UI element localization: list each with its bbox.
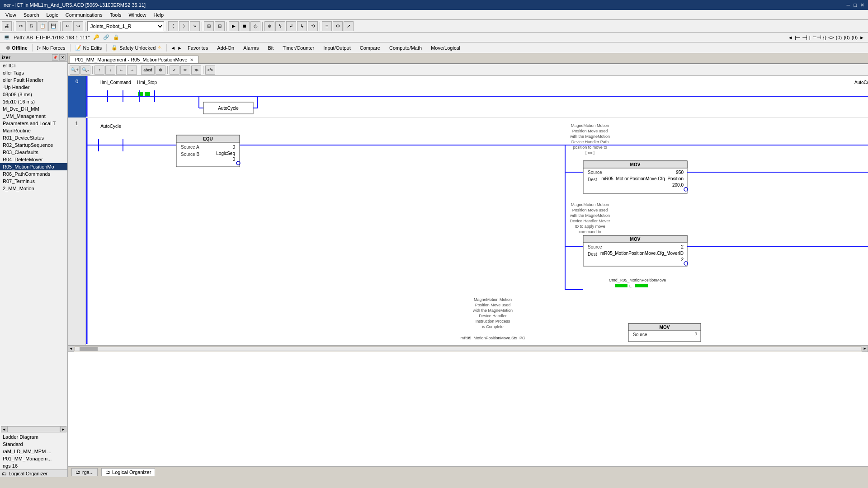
sidebar-footer-ram-ld[interactable]: raM_LD_MM_MPM ...: [0, 448, 67, 455]
tb-btn-16[interactable]: ↗: [344, 21, 354, 31]
fav-input-output[interactable]: Input/Output: [320, 44, 354, 52]
sidebar-item-up-handler[interactable]: -Up Handler: [0, 84, 67, 91]
sidebar-item-r03[interactable]: R03_Clearfaults: [0, 149, 67, 156]
tb-btn-2[interactable]: ⟩: [179, 21, 189, 31]
nav-arrow-left[interactable]: ◄: [170, 45, 175, 51]
bottom-tab-logical-organizer[interactable]: 🗂 Logical Organizer: [101, 468, 155, 476]
nav-prev[interactable]: ◄: [788, 35, 793, 40]
sidebar-item-params-local[interactable]: Parameters and Local T: [0, 120, 67, 127]
menu-item-logic[interactable]: Logic: [43, 11, 62, 19]
maximize-btn[interactable]: □: [854, 2, 857, 8]
fav-compare[interactable]: Compare: [356, 44, 384, 52]
sidebar-footer-standard[interactable]: Standard: [0, 441, 67, 448]
nav-item5[interactable]: <>: [828, 35, 834, 40]
menu-item-search[interactable]: Search: [20, 11, 43, 19]
menu-item-communications[interactable]: Communications: [62, 11, 106, 19]
tb-btn-1[interactable]: ⟨: [168, 21, 178, 31]
fav-compute-math[interactable]: Compute/Math: [386, 44, 425, 52]
tb-btn-13[interactable]: ⟲: [308, 21, 318, 31]
nav-arrow-right[interactable]: ►: [177, 45, 182, 51]
fav-move-logical[interactable]: Move/Logical: [427, 44, 464, 52]
sidebar-item-er-ict[interactable]: er ICT: [0, 62, 67, 69]
sidebar-footer-p01[interactable]: P01_MM_Managem...: [0, 455, 67, 462]
sidebar-pin-btn[interactable]: 📌: [52, 54, 58, 61]
nav-item1[interactable]: ⊢: [795, 34, 800, 41]
sidebar-footer-ngs[interactable]: ngs 16: [0, 462, 67, 469]
paste-btn[interactable]: 📋: [38, 21, 47, 31]
fav-bit[interactable]: Bit: [264, 44, 277, 52]
nav-item6[interactable]: (0): [836, 35, 842, 40]
tb-btn-15[interactable]: ⚙: [333, 21, 343, 31]
sidebar-footer-ladder-diagram[interactable]: Ladder Diagram: [0, 433, 67, 441]
sidebar-item-r01[interactable]: R01_DeviceStatus: [0, 134, 67, 141]
tb-btn-9[interactable]: ⊕: [264, 21, 274, 31]
fav-alarms[interactable]: Alarms: [240, 44, 262, 52]
tb-btn-3[interactable]: ⤷: [190, 21, 200, 31]
tb-btn-11[interactable]: ↲: [286, 21, 296, 31]
sidebar-item-r04[interactable]: R04_DeleteMover: [0, 156, 67, 163]
nav-item8[interactable]: (0): [852, 35, 858, 40]
sidebar-item-controller-fault[interactable]: oller Fault Handler: [0, 76, 67, 84]
ltb-right-btn[interactable]: →: [127, 66, 137, 75]
tb-btn-10[interactable]: ↯: [275, 21, 285, 31]
ltb-coil-btn[interactable]: ⊕: [156, 66, 165, 75]
sidebar-item-r06[interactable]: R06_PathCommands: [0, 170, 67, 178]
fav-addon[interactable]: Add-On: [213, 44, 238, 52]
tb-btn-7[interactable]: ⏹: [240, 21, 250, 31]
sidebar-item-controller-tags[interactable]: oller Tags: [0, 69, 67, 76]
sidebar-item-r07[interactable]: R07_Terminus: [0, 178, 67, 185]
tb-btn-8[interactable]: ◎: [250, 21, 260, 31]
fav-timer-counter[interactable]: Timer/Counter: [279, 44, 318, 52]
fav-favorites[interactable]: Favorites: [184, 44, 212, 52]
ltb-contact-btn[interactable]: abcd: [141, 66, 155, 75]
tb-btn-6[interactable]: ▶: [229, 21, 239, 31]
copy-btn[interactable]: ⎘: [27, 21, 37, 31]
sidebar-item-mm-management[interactable]: _MM_Management: [0, 113, 67, 120]
tab-close-btn[interactable]: ✕: [190, 57, 193, 62]
scroll-right-btn[interactable]: ►: [862, 346, 868, 352]
minimize-btn[interactable]: ─: [847, 2, 850, 8]
menu-item-tools[interactable]: Tools: [106, 11, 125, 19]
sidebar-item-dvc-dh[interactable]: M_Dvc_DH_MM: [0, 105, 67, 113]
ltb-down-btn[interactable]: ↓: [105, 66, 115, 75]
bottom-tab-rga[interactable]: 🗂 rga...: [71, 468, 98, 476]
zoom-out-btn[interactable]: 🔍-: [80, 66, 90, 75]
tab-main[interactable]: P01_MM_Management - R05_MotionPositionMo…: [70, 56, 198, 63]
sidebar-scroll-left[interactable]: ◄: [1, 426, 7, 432]
sidebar-item-r02[interactable]: R02_StartupSequence: [0, 141, 67, 149]
ladder-area[interactable]: 0 Hmi_C: [68, 76, 868, 466]
sidebar-item-r05[interactable]: R05_MotionPositionMo: [0, 163, 67, 170]
menu-item-help[interactable]: Help: [150, 11, 168, 19]
sidebar-item-16p10[interactable]: 16p10 (16 ms): [0, 98, 67, 105]
nav-item3[interactable]: ⊢⊣: [812, 34, 821, 40]
print-btn[interactable]: 🖨: [2, 21, 12, 31]
nav-item4[interactable]: {}: [823, 35, 826, 40]
ltb-mode-btn[interactable]: </>: [205, 66, 215, 75]
scroll-left-btn[interactable]: ◄: [68, 346, 74, 352]
sidebar-item-main-routine[interactable]: MainRoutine: [0, 127, 67, 134]
ltb-edit-btn[interactable]: ✏: [180, 66, 190, 75]
tb-btn-4[interactable]: ⊞: [204, 21, 214, 31]
save-btn[interactable]: 💾: [48, 21, 58, 31]
h-scrollbar-thumb[interactable]: [80, 347, 98, 351]
ltb-up-btn[interactable]: ↑: [94, 66, 104, 75]
sidebar-item-08p08[interactable]: 08p08 (8 ms): [0, 91, 67, 98]
nav-item7[interactable]: (0): [844, 35, 849, 40]
nav-next[interactable]: ►: [859, 35, 864, 40]
sidebar-item-2-mm-motion[interactable]: 2_MM_Motion: [0, 185, 67, 192]
sidebar-scroll-right[interactable]: ►: [60, 426, 66, 432]
tb-btn-5[interactable]: ⊟: [215, 21, 225, 31]
tb-btn-14[interactable]: ≡: [322, 21, 332, 31]
ltb-left-btn[interactable]: ←: [116, 66, 126, 75]
cut-btn[interactable]: ✂: [16, 21, 26, 31]
ltb-verify-btn[interactable]: ✓: [170, 66, 179, 75]
tb-btn-12[interactable]: ↳: [297, 21, 307, 31]
nav-item2[interactable]: ⊣: [802, 34, 807, 41]
menu-item-view[interactable]: View: [2, 11, 20, 19]
zoom-in-btn[interactable]: 🔍+: [70, 66, 80, 75]
h-scrollbar[interactable]: ◄ ►: [68, 345, 868, 352]
h-scrollbar-track[interactable]: [75, 347, 861, 351]
sidebar-close-btn[interactable]: ✕: [59, 54, 66, 61]
close-btn[interactable]: ✕: [860, 2, 864, 8]
redo-btn[interactable]: ↪: [73, 21, 83, 31]
